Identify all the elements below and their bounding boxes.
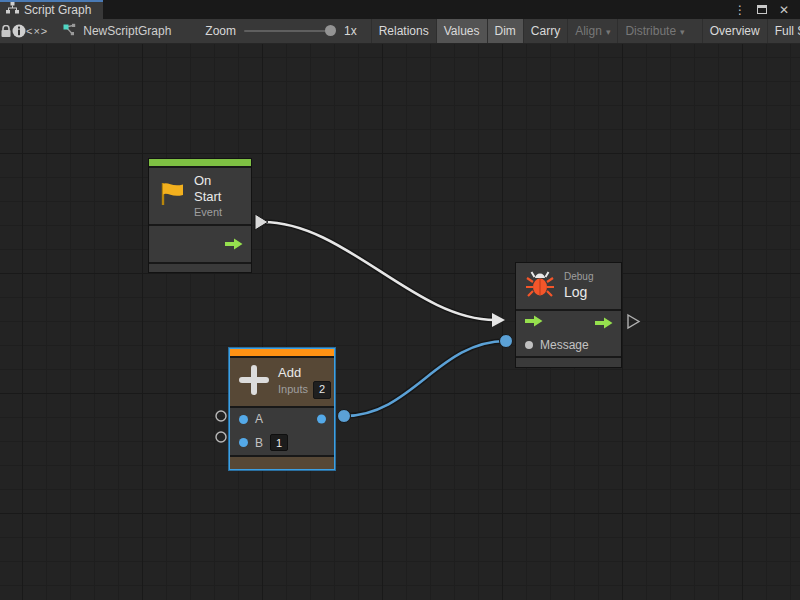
add-port-a[interactable] bbox=[239, 415, 248, 424]
log-exit-port[interactable] bbox=[595, 317, 613, 329]
graph-node-icon bbox=[62, 23, 77, 39]
graph-name-chip[interactable]: NewScriptGraph bbox=[48, 19, 181, 43]
tab-active-accent bbox=[0, 0, 103, 2]
kebab-menu-icon[interactable]: ⋮ bbox=[732, 2, 748, 18]
on-start-exit-port[interactable] bbox=[225, 238, 243, 250]
info-icon[interactable] bbox=[12, 19, 26, 43]
flag-icon bbox=[158, 181, 185, 211]
math-color-bar bbox=[230, 349, 334, 356]
wire-blue-start-dot bbox=[338, 410, 351, 423]
on-start-title: On Start bbox=[194, 173, 241, 206]
wire-end-arrow bbox=[492, 313, 505, 327]
lock-icon[interactable] bbox=[0, 19, 12, 43]
message-port-label: Message bbox=[540, 338, 589, 352]
graph-toolbar: <×> NewScriptGraph Zoom 1x Relations Val… bbox=[0, 19, 800, 44]
window-buttons: ⋮ ✕ bbox=[732, 0, 800, 19]
relations-button[interactable]: Relations bbox=[371, 19, 436, 43]
node-debug-log[interactable]: Debug Log Message bbox=[515, 262, 622, 368]
log-exit-outer-triangle bbox=[628, 315, 639, 328]
close-icon[interactable]: ✕ bbox=[776, 2, 792, 18]
wire-onstart-to-log bbox=[263, 222, 495, 320]
add-inputs-label: Inputs bbox=[278, 383, 308, 397]
add-ports: A B 1 bbox=[230, 408, 334, 455]
script-graph-icon bbox=[6, 2, 19, 17]
chevron-down-icon: ▾ bbox=[606, 27, 611, 37]
graph-name: NewScriptGraph bbox=[83, 24, 171, 38]
add-port-a-label: A bbox=[255, 412, 263, 426]
wire-blue-end-dot bbox=[500, 335, 513, 348]
connection-layer bbox=[0, 44, 800, 600]
on-start-footer bbox=[149, 264, 251, 272]
align-button[interactable]: Align ▾ bbox=[567, 19, 617, 43]
add-port-b-value[interactable]: 1 bbox=[270, 434, 288, 451]
on-start-header: On Start Event bbox=[149, 168, 251, 224]
tab-bar: Script Graph ⋮ ✕ bbox=[0, 0, 800, 19]
log-title: Log bbox=[564, 284, 593, 302]
zoom-value: 1x bbox=[344, 24, 357, 38]
maximize-icon[interactable] bbox=[754, 2, 770, 18]
add-port-b-label: B bbox=[255, 436, 263, 450]
zoom-slider-handle[interactable] bbox=[325, 25, 336, 36]
bug-icon bbox=[525, 270, 555, 302]
add-title: Add bbox=[278, 365, 331, 381]
values-button[interactable]: Values bbox=[436, 19, 487, 43]
code-icon[interactable]: <×> bbox=[26, 19, 48, 43]
distribute-button[interactable]: Distribute ▾ bbox=[617, 19, 691, 43]
on-start-ports bbox=[149, 226, 251, 262]
add-port-b[interactable] bbox=[239, 438, 248, 447]
fullscreen-button[interactable]: Full S bbox=[767, 19, 800, 43]
wire-add-to-message bbox=[344, 341, 506, 416]
zoom-slider[interactable] bbox=[244, 30, 336, 32]
plus-icon bbox=[239, 365, 269, 399]
debug-log-ports: Message bbox=[516, 311, 621, 356]
tab-script-graph[interactable]: Script Graph bbox=[0, 0, 103, 19]
add-inputs-count[interactable]: 2 bbox=[313, 381, 331, 399]
event-color-bar bbox=[149, 159, 251, 166]
zoom-control: Zoom 1x bbox=[181, 19, 364, 43]
on-start-subtitle: Event bbox=[194, 206, 241, 220]
debug-log-header: Debug Log bbox=[516, 263, 621, 309]
tab-title: Script Graph bbox=[24, 3, 91, 17]
add-port-b-outer-circle bbox=[216, 432, 226, 442]
dim-button[interactable]: Dim bbox=[487, 19, 523, 43]
node-add[interactable]: Add Inputs 2 A B 1 bbox=[229, 348, 335, 470]
carry-button[interactable]: Carry bbox=[523, 19, 567, 43]
debug-supertitle: Debug bbox=[564, 271, 593, 284]
add-port-a-outer-circle bbox=[216, 411, 226, 421]
script-graph-window: Script Graph ⋮ ✕ <×> NewScriptGraph Zoom bbox=[0, 0, 800, 600]
wire-start-cap bbox=[255, 214, 268, 230]
overview-button[interactable]: Overview bbox=[702, 19, 767, 43]
add-sum-port[interactable] bbox=[317, 415, 326, 424]
chevron-down-icon: ▾ bbox=[680, 27, 685, 37]
node-on-start-event[interactable]: On Start Event bbox=[148, 158, 252, 273]
graph-canvas[interactable]: On Start Event bbox=[0, 44, 800, 600]
message-port[interactable] bbox=[525, 341, 533, 349]
add-header: Add Inputs 2 bbox=[230, 358, 334, 406]
debug-log-footer bbox=[516, 358, 621, 367]
zoom-label: Zoom bbox=[205, 24, 236, 38]
log-enter-port[interactable] bbox=[525, 315, 543, 330]
add-footer bbox=[230, 457, 334, 469]
